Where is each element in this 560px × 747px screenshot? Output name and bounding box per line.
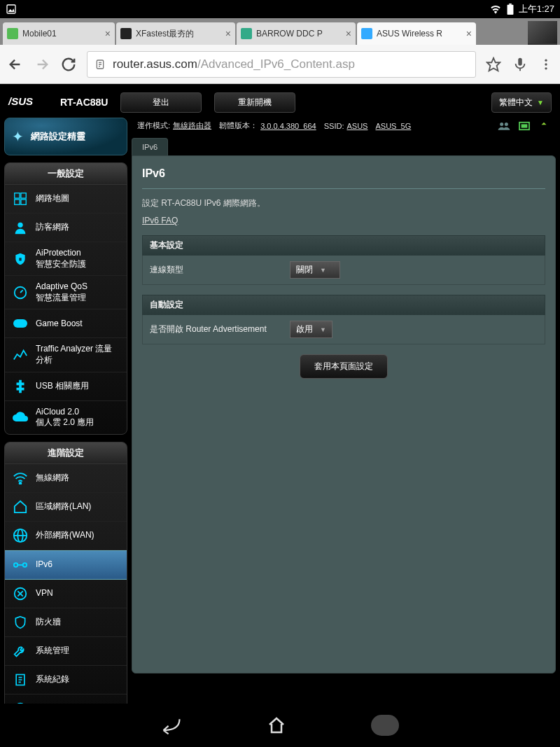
- sidebar-item-wireless[interactable]: 無線網路: [5, 464, 127, 493]
- bookmark-star-icon[interactable]: [486, 57, 501, 72]
- sidebar-item-game-boost[interactable]: Game Boost: [5, 309, 127, 338]
- page-description: 設定 RT-AC88U IPv6 網際網路。: [142, 197, 545, 209]
- divider: [142, 188, 545, 189]
- browser-menu-icon[interactable]: [539, 57, 553, 71]
- page-tab-ipv6[interactable]: IPv6: [132, 138, 168, 155]
- svg-point-8: [545, 63, 547, 65]
- sidebar-item-usb[interactable]: USB 相關應用: [5, 372, 127, 401]
- connection-type-select[interactable]: 關閉 ▼: [290, 261, 340, 279]
- globe-icon: [12, 190, 29, 207]
- url-path: /Advanced_IPv6_Content.asp: [197, 57, 355, 71]
- globe-icon: [12, 527, 29, 544]
- browser-back-button[interactable]: [7, 56, 24, 73]
- sidebar-item-ipv6[interactable]: IPv6: [5, 550, 127, 580]
- ipv6-faq-link[interactable]: IPv6 FAQ: [142, 216, 178, 225]
- usb-status-icon[interactable]: [538, 121, 550, 131]
- select-value: 啟用: [296, 323, 313, 335]
- browser-tab-1[interactable]: XFastest最夯的 ×: [116, 22, 235, 45]
- sidebar-item-network-map[interactable]: 網路地圖: [5, 185, 127, 214]
- apply-button[interactable]: 套用本頁面設定: [300, 354, 388, 379]
- ra-label: 是否開啟 Router Advertisement: [150, 323, 290, 335]
- row-router-advertisement: 是否開啟 Router Advertisement 啟用 ▼: [142, 315, 545, 344]
- status-info-bar: 運作模式: 無線路由器 韌體版本： 3.0.0.4.380_664 SSID: …: [132, 118, 556, 134]
- sidebar-item-lan[interactable]: 區域網路(LAN): [5, 493, 127, 522]
- tab-close-icon[interactable]: ×: [225, 28, 231, 39]
- svg-point-28: [505, 123, 508, 126]
- sidebar-item-qos[interactable]: Adaptive QoS 智慧流量管理: [5, 276, 127, 309]
- mode-value[interactable]: 無線路由器: [173, 120, 211, 131]
- android-status-bar: 上午1:27: [0, 0, 560, 18]
- tab-title: XFastest最夯的: [136, 28, 221, 40]
- favicon-icon: [7, 28, 18, 39]
- tab-title: ASUS Wireless R: [377, 29, 462, 39]
- select-value: 關閉: [296, 264, 313, 276]
- status-time: 上午1:27: [519, 3, 554, 15]
- router-model: RT-AC88U: [60, 97, 108, 108]
- svg-marker-5: [487, 57, 500, 70]
- router-header: /SUS RT-AC88U 登出 重新開機 繁體中文 ▼: [4, 91, 556, 113]
- tab-close-icon[interactable]: ×: [466, 28, 472, 39]
- sidebar-item-firewall[interactable]: 防火牆: [5, 608, 127, 637]
- svg-rect-10: [15, 193, 20, 198]
- sidebar-item-traffic-analyzer[interactable]: Traffic Analyzer 流量分析: [5, 338, 127, 372]
- language-label: 繁體中文: [499, 97, 533, 109]
- wifi-icon: [489, 4, 502, 14]
- browser-tab-3[interactable]: ASUS Wireless R ×: [357, 22, 476, 45]
- clients-icon[interactable]: [497, 121, 511, 131]
- tab-overflow-icon[interactable]: [528, 21, 557, 45]
- setup-wizard-button[interactable]: ✦ 網路設定精靈: [4, 118, 127, 155]
- android-recent-button[interactable]: [371, 715, 399, 736]
- sidebar-advanced-header: 進階設定: [5, 442, 127, 464]
- browser-tab-0[interactable]: Mobile01 ×: [3, 22, 115, 45]
- sidebar-item-wan[interactable]: 外部網路(WAN): [5, 522, 127, 550]
- browser-url-field[interactable]: router.asus.com/Advanced_IPv6_Content.as…: [87, 51, 476, 78]
- browser-reload-button[interactable]: [60, 56, 77, 73]
- browser-forward-button[interactable]: [34, 56, 50, 73]
- ssid-5g[interactable]: ASUS_5G: [375, 122, 411, 130]
- svg-rect-30: [522, 125, 527, 127]
- sidebar-item-guest-network[interactable]: 訪客網路: [5, 214, 127, 242]
- tab-close-icon[interactable]: ×: [346, 28, 351, 39]
- ssid-2g[interactable]: ASUS: [346, 122, 368, 130]
- chart-icon: [12, 347, 29, 363]
- tab-title: BARROW DDC P: [256, 29, 342, 39]
- wrench-icon: [12, 643, 29, 659]
- android-home-button[interactable]: [266, 715, 287, 736]
- ra-select[interactable]: 啟用 ▼: [290, 321, 332, 338]
- sidebar-item-system-log[interactable]: 系統紀錄: [5, 666, 127, 694]
- wizard-label: 網路設定精靈: [31, 130, 85, 143]
- browser-tab-2[interactable]: BARROW DDC P ×: [237, 22, 356, 45]
- svg-point-21: [14, 563, 18, 567]
- voice-mic-icon[interactable]: [512, 57, 528, 72]
- android-back-button[interactable]: [161, 715, 182, 736]
- tab-title: Mobile01: [22, 29, 101, 39]
- gamepad-icon: [12, 315, 29, 332]
- tab-close-icon[interactable]: ×: [105, 28, 111, 39]
- svg-point-14: [18, 223, 22, 228]
- ssid-label: SSID:: [324, 122, 344, 130]
- shield-icon: [12, 251, 29, 267]
- favicon-icon: [361, 28, 372, 39]
- svg-rect-3: [509, 4, 512, 5]
- logout-button[interactable]: 登出: [120, 92, 202, 113]
- ipv6-icon: [12, 557, 29, 573]
- cloud-icon: [12, 409, 29, 426]
- battery-icon: [506, 4, 514, 15]
- lan-status-icon[interactable]: [518, 121, 531, 131]
- router-page: /SUS RT-AC88U 登出 重新開機 繁體中文 ▼ ✦ 網路設定精靈 一般…: [0, 84, 560, 699]
- svg-rect-0: [7, 5, 15, 13]
- connection-type-label: 連線類型: [150, 264, 290, 276]
- reboot-button[interactable]: 重新開機: [214, 92, 295, 113]
- mode-label: 運作模式:: [137, 120, 170, 131]
- section-basic-header: 基本設定: [142, 235, 545, 256]
- language-selector[interactable]: 繁體中文 ▼: [491, 92, 552, 113]
- sidebar-item-administration[interactable]: 系統管理: [5, 637, 127, 666]
- person-icon: [12, 219, 29, 236]
- svg-rect-15: [19, 258, 21, 260]
- wifi-icon: [12, 470, 29, 487]
- firmware-value[interactable]: 3.0.0.4.380_664: [260, 122, 316, 130]
- sidebar-item-aicloud[interactable]: AiCloud 2.0 個人雲 2.0 應用: [5, 401, 127, 434]
- vpn-icon: [12, 585, 29, 602]
- sidebar-item-vpn[interactable]: VPN: [5, 580, 127, 608]
- sidebar-item-aiprotection[interactable]: AiProtection 智慧安全防護: [5, 242, 127, 276]
